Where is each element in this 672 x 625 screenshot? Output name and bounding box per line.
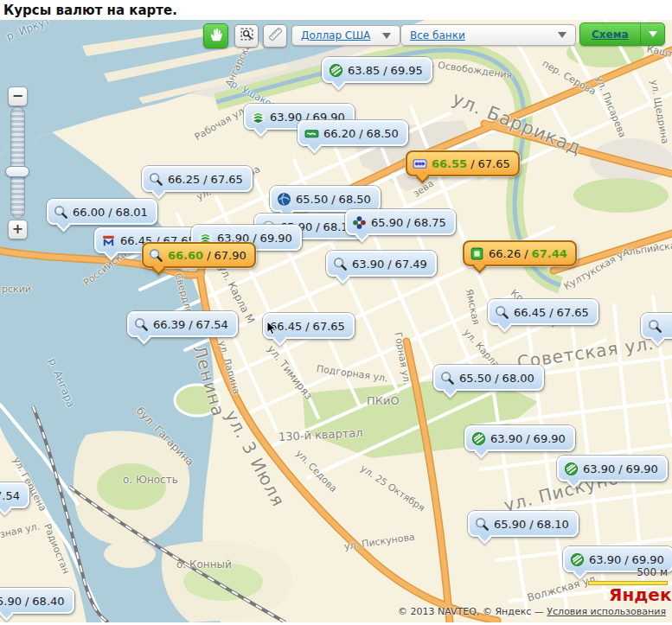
buy-rate: 65.90 (494, 518, 526, 531)
hand-icon (208, 26, 224, 46)
sberbank-icon (570, 552, 585, 567)
chevron-down-icon (382, 33, 391, 39)
buy-rate: 65.50 (296, 193, 328, 206)
bank-blue-icon (413, 156, 427, 171)
map-label: о. Конный (176, 558, 232, 571)
sell-rate: 68.75 (414, 216, 446, 229)
rate-separator: / (526, 432, 529, 445)
rate-marker[interactable]: 65.90/68.10 (468, 511, 579, 537)
magnifier-icon (149, 172, 163, 187)
rate-marker[interactable]: 66.26/67.44 (463, 240, 577, 266)
bank-green-icon (304, 126, 319, 141)
sberbank-icon (329, 63, 343, 78)
sell-rate: 68.00 (502, 372, 534, 385)
zoom-area-icon (240, 27, 254, 45)
buy-rate: 66.45 (514, 306, 546, 319)
map-label: ПКиО (367, 394, 400, 407)
copyright-text: © 2013 NAVTEQ, © Яндекс — (398, 606, 547, 617)
rate-marker[interactable]: 63.90/69.90 (557, 456, 668, 482)
chevron-down-icon (649, 31, 657, 37)
sell-rate: 69.90 (260, 232, 292, 245)
magnifier-icon (475, 517, 490, 532)
copyright: © 2013 NAVTEQ, © Яндекс — Условия исполь… (398, 606, 666, 617)
zoom-in-button[interactable]: + (8, 220, 28, 239)
rate-marker[interactable]: 66.20/68.50 (298, 120, 408, 146)
rate-marker[interactable]: 5.90/68.40 (0, 588, 74, 614)
pinwheel-icon (352, 215, 367, 230)
map[interactable]: Доллар США Все банки Схема − + 500 м Янд… (0, 20, 672, 622)
magnifier-icon (134, 317, 149, 332)
zoom-out-button[interactable]: − (8, 86, 28, 106)
terms-link[interactable]: Условия использования (547, 606, 666, 617)
sell-rate: 69.95 (391, 64, 423, 77)
sell-rate: 67.65 (478, 157, 510, 170)
sell-rate: 7.54 (0, 489, 20, 502)
yandex-logo[interactable]: Яндекс (609, 584, 672, 605)
currency-select-value: Доллар США (301, 29, 370, 41)
rate-separator: / (25, 595, 29, 608)
bank-select[interactable]: Все банки (400, 24, 576, 46)
rate-marker[interactable]: 65.50/68.50 (270, 186, 381, 212)
rate-marker[interactable]: 66.55/67.65 (406, 150, 520, 176)
ruler-icon (268, 27, 283, 45)
currency-select[interactable]: Доллар США (291, 25, 400, 46)
rate-marker[interactable]: 7.54 (0, 482, 29, 508)
rate-separator: / (524, 247, 528, 260)
map-type-label: Схема (580, 23, 640, 45)
rate-separator: / (108, 206, 112, 219)
rate-marker[interactable]: 63.90/69.90 (464, 425, 575, 451)
pan-tool-button[interactable] (203, 23, 228, 48)
rate-marker[interactable]: 63.90/67.49 (326, 251, 437, 277)
page-title: Курсы валют на карте. (0, 0, 672, 20)
rate-marker[interactable]: 65.90/68.75 (345, 209, 456, 235)
buy-rate: 63.85 (348, 64, 380, 77)
rate-marker[interactable] (641, 313, 672, 339)
rate-marker[interactable]: 66.45/67.65 (488, 299, 598, 325)
map-label: рский (2, 284, 31, 295)
buy-rate: 66.20 (323, 127, 355, 140)
rate-marker[interactable]: 66.39/67.54 (127, 311, 238, 337)
buy-rate: 66.60 (168, 249, 203, 262)
rate-separator: / (203, 173, 207, 186)
mouse-cursor (266, 321, 277, 340)
rate-separator: / (305, 320, 309, 333)
rate-marker[interactable]: 66.25/67.65 (142, 166, 253, 192)
buy-rate: 65.50 (459, 372, 491, 385)
map-type-dropdown-arrow[interactable] (640, 23, 664, 45)
globe-icon (277, 192, 291, 207)
sell-rate: 67.44 (532, 247, 567, 260)
map-type-button[interactable]: Схема (579, 22, 665, 46)
zoom-slider-track[interactable] (10, 106, 25, 219)
sell-rate: 67.65 (211, 173, 243, 186)
sell-rate: 69.90 (534, 432, 566, 445)
chevron-down-icon (558, 32, 566, 38)
rate-separator: / (331, 193, 335, 206)
buy-rate: 66.00 (73, 206, 105, 219)
rate-marker[interactable]: 66.00/68.01 (47, 199, 157, 225)
rate-marker[interactable]: 66.60/67.90 (142, 242, 256, 268)
magnifier-icon (440, 371, 455, 386)
rate-separator: / (387, 258, 391, 271)
buy-rate: 63.90 (270, 111, 302, 124)
rate-separator: / (316, 220, 319, 233)
rate-marker[interactable]: 63.85/69.95 (322, 57, 432, 83)
sell-rate: 68.40 (32, 595, 64, 608)
rate-marker[interactable]: 65.50/68.00 (433, 365, 544, 391)
rate-separator: / (618, 462, 622, 475)
rate-separator: / (470, 157, 474, 170)
rate-separator: / (495, 372, 498, 385)
rate-separator: / (383, 64, 387, 77)
cash-icon (251, 110, 266, 124)
sell-rate: 67.65 (313, 320, 345, 333)
sell-rate: 68.01 (116, 206, 148, 219)
rate-separator: / (189, 318, 192, 331)
buy-rate: 66.39 (153, 318, 185, 331)
sell-rate: 67.54 (196, 318, 228, 331)
zoom-slider-handle[interactable] (5, 166, 29, 177)
sell-rate: 68.50 (367, 127, 399, 140)
ruler-tool-button[interactable] (263, 24, 287, 48)
sell-rate: 67.65 (557, 306, 589, 319)
zoom-select-tool-button[interactable] (234, 24, 259, 48)
rate-separator: / (549, 306, 553, 319)
sell-rate: 69.90 (626, 462, 658, 475)
